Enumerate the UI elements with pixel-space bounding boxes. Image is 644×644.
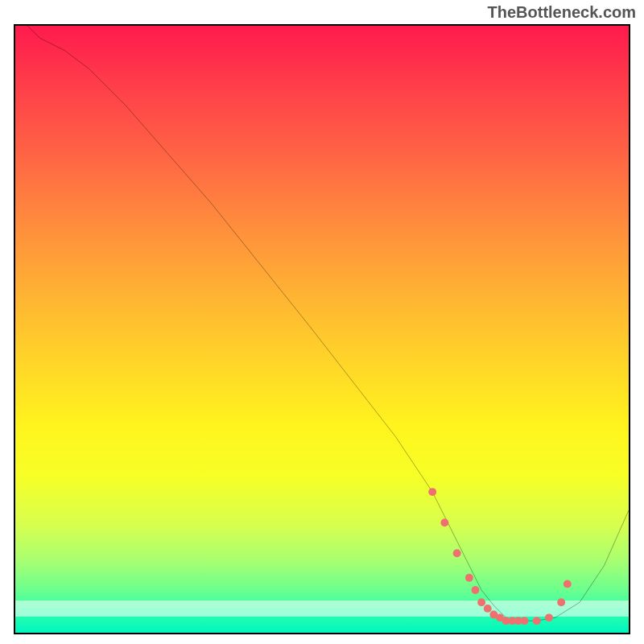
chart-svg [15, 26, 629, 634]
marker-dot [557, 598, 565, 606]
marker-dot [564, 580, 572, 588]
marker-dot [533, 617, 541, 625]
marker-dot [484, 605, 492, 613]
marker-dot [440, 518, 448, 526]
marker-dot [477, 598, 485, 606]
curve-markers [428, 488, 572, 625]
marker-dot [472, 586, 480, 594]
watermark: TheBottleneck.com [488, 3, 636, 22]
chart-container: TheBottleneck.com [0, 0, 644, 644]
marker-dot [453, 549, 461, 557]
plot-area [14, 24, 630, 634]
marker-dot [545, 613, 553, 621]
marker-dot [465, 574, 473, 582]
marker-dot [521, 617, 529, 625]
marker-dot [428, 488, 436, 496]
curve-line [27, 26, 629, 621]
